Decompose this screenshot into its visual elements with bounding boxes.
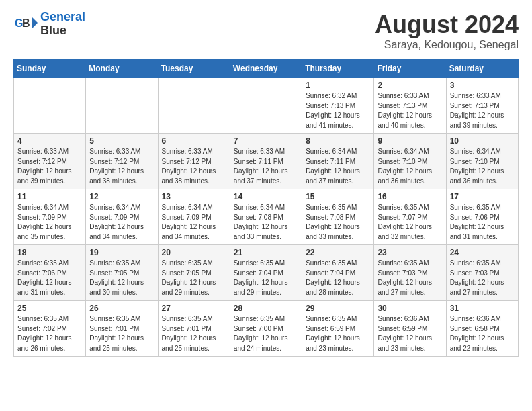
day-info: Sunrise: 6:33 AMSunset: 7:11 PMDaylight:… xyxy=(234,147,298,186)
calendar-body: 1Sunrise: 6:32 AMSunset: 7:13 PMDaylight… xyxy=(14,78,519,357)
day-info: Sunrise: 6:34 AMSunset: 7:10 PMDaylight:… xyxy=(450,147,515,186)
calendar-cell: 25Sunrise: 6:35 AMSunset: 7:02 PMDayligh… xyxy=(14,301,86,357)
day-info: Sunrise: 6:35 AMSunset: 7:07 PMDaylight:… xyxy=(378,203,442,242)
day-info: Sunrise: 6:35 AMSunset: 7:06 PMDaylight:… xyxy=(17,259,82,298)
col-saturday: Saturday xyxy=(446,60,518,78)
logo: G B General Blue xyxy=(13,11,85,38)
day-number: 26 xyxy=(89,304,154,313)
calendar-cell: 9Sunrise: 6:34 AMSunset: 7:10 PMDaylight… xyxy=(374,134,446,189)
calendar-cell: 22Sunrise: 6:35 AMSunset: 7:04 PMDayligh… xyxy=(302,245,374,301)
day-info: Sunrise: 6:36 AMSunset: 6:59 PMDaylight:… xyxy=(378,314,442,353)
calendar-cell xyxy=(158,78,230,134)
calendar-cell: 12Sunrise: 6:34 AMSunset: 7:09 PMDayligh… xyxy=(86,189,158,245)
day-info: Sunrise: 6:35 AMSunset: 7:04 PMDaylight:… xyxy=(306,259,370,298)
calendar-cell: 18Sunrise: 6:35 AMSunset: 7:06 PMDayligh… xyxy=(14,245,86,301)
calendar-cell: 8Sunrise: 6:34 AMSunset: 7:11 PMDaylight… xyxy=(302,134,374,189)
day-info: Sunrise: 6:33 AMSunset: 7:13 PMDaylight:… xyxy=(378,91,442,130)
day-info: Sunrise: 6:33 AMSunset: 7:13 PMDaylight:… xyxy=(450,91,515,130)
day-info: Sunrise: 6:35 AMSunset: 7:01 PMDaylight:… xyxy=(89,314,154,353)
calendar-cell: 7Sunrise: 6:33 AMSunset: 7:11 PMDaylight… xyxy=(230,134,302,189)
day-number: 27 xyxy=(162,304,226,313)
calendar-cell: 10Sunrise: 6:34 AMSunset: 7:10 PMDayligh… xyxy=(446,134,518,189)
calendar-cell: 29Sunrise: 6:35 AMSunset: 6:59 PMDayligh… xyxy=(302,301,374,357)
month-title: August 2024 xyxy=(375,11,519,39)
day-info: Sunrise: 6:34 AMSunset: 7:09 PMDaylight:… xyxy=(89,203,154,242)
col-friday: Friday xyxy=(374,60,446,78)
day-number: 4 xyxy=(17,136,82,146)
day-info: Sunrise: 6:35 AMSunset: 7:00 PMDaylight:… xyxy=(234,314,298,353)
calendar-cell: 31Sunrise: 6:36 AMSunset: 6:58 PMDayligh… xyxy=(446,301,518,357)
title-block: August 2024 Saraya, Kedougou, Senegal xyxy=(375,11,519,51)
day-number: 3 xyxy=(450,81,515,90)
day-number: 22 xyxy=(306,248,370,257)
day-number: 18 xyxy=(17,248,82,257)
day-number: 23 xyxy=(378,248,442,257)
day-number: 5 xyxy=(89,136,154,146)
logo-line2: Blue xyxy=(40,24,66,37)
day-number: 10 xyxy=(450,136,515,146)
calendar-cell: 13Sunrise: 6:34 AMSunset: 7:09 PMDayligh… xyxy=(158,189,230,245)
day-info: Sunrise: 6:35 AMSunset: 7:05 PMDaylight:… xyxy=(89,259,154,298)
calendar-table: Sunday Monday Tuesday Wednesday Thursday… xyxy=(13,59,519,357)
col-wednesday: Wednesday xyxy=(230,60,302,78)
day-info: Sunrise: 6:34 AMSunset: 7:10 PMDaylight:… xyxy=(378,147,442,186)
col-monday: Monday xyxy=(86,60,158,78)
calendar-cell: 27Sunrise: 6:35 AMSunset: 7:01 PMDayligh… xyxy=(158,301,230,357)
calendar-cell: 2Sunrise: 6:33 AMSunset: 7:13 PMDaylight… xyxy=(374,78,446,134)
calendar-cell: 11Sunrise: 6:34 AMSunset: 7:09 PMDayligh… xyxy=(14,189,86,245)
week-row-2: 4Sunrise: 6:33 AMSunset: 7:12 PMDaylight… xyxy=(14,134,519,189)
calendar-cell: 24Sunrise: 6:35 AMSunset: 7:03 PMDayligh… xyxy=(446,245,518,301)
day-number: 25 xyxy=(17,304,82,313)
calendar-cell: 20Sunrise: 6:35 AMSunset: 7:05 PMDayligh… xyxy=(158,245,230,301)
week-row-5: 25Sunrise: 6:35 AMSunset: 7:02 PMDayligh… xyxy=(14,301,519,357)
location-subtitle: Saraya, Kedougou, Senegal xyxy=(375,39,519,51)
day-number: 28 xyxy=(234,304,298,313)
day-number: 8 xyxy=(306,136,370,146)
svg-marker-2 xyxy=(32,17,38,28)
day-number: 29 xyxy=(306,304,370,313)
day-info: Sunrise: 6:35 AMSunset: 7:08 PMDaylight:… xyxy=(306,203,370,242)
day-info: Sunrise: 6:33 AMSunset: 7:12 PMDaylight:… xyxy=(89,147,154,186)
day-info: Sunrise: 6:34 AMSunset: 7:09 PMDaylight:… xyxy=(17,203,82,242)
day-number: 30 xyxy=(378,304,442,313)
day-info: Sunrise: 6:35 AMSunset: 7:02 PMDaylight:… xyxy=(17,314,82,353)
day-info: Sunrise: 6:35 AMSunset: 7:04 PMDaylight:… xyxy=(234,259,298,298)
day-number: 19 xyxy=(89,248,154,257)
logo-line1: General xyxy=(40,10,85,24)
calendar-cell: 23Sunrise: 6:35 AMSunset: 7:03 PMDayligh… xyxy=(374,245,446,301)
day-info: Sunrise: 6:34 AMSunset: 7:09 PMDaylight:… xyxy=(162,203,226,242)
week-row-3: 11Sunrise: 6:34 AMSunset: 7:09 PMDayligh… xyxy=(14,189,519,245)
calendar-cell: 5Sunrise: 6:33 AMSunset: 7:12 PMDaylight… xyxy=(86,134,158,189)
day-number: 11 xyxy=(17,192,82,201)
calendar-cell: 15Sunrise: 6:35 AMSunset: 7:08 PMDayligh… xyxy=(302,189,374,245)
calendar-cell: 14Sunrise: 6:34 AMSunset: 7:08 PMDayligh… xyxy=(230,189,302,245)
day-info: Sunrise: 6:36 AMSunset: 6:58 PMDaylight:… xyxy=(450,314,515,353)
page-header: G B General Blue August 2024 Saraya, Ked… xyxy=(13,11,519,51)
calendar-cell: 3Sunrise: 6:33 AMSunset: 7:13 PMDaylight… xyxy=(446,78,518,134)
calendar-cell: 17Sunrise: 6:35 AMSunset: 7:06 PMDayligh… xyxy=(446,189,518,245)
day-info: Sunrise: 6:34 AMSunset: 7:08 PMDaylight:… xyxy=(234,203,298,242)
week-row-4: 18Sunrise: 6:35 AMSunset: 7:06 PMDayligh… xyxy=(14,245,519,301)
page-container: G B General Blue August 2024 Saraya, Ked… xyxy=(0,0,532,367)
svg-text:B: B xyxy=(22,17,30,29)
day-number: 14 xyxy=(234,192,298,201)
calendar-header: Sunday Monday Tuesday Wednesday Thursday… xyxy=(14,60,519,78)
day-number: 21 xyxy=(234,248,298,257)
calendar-cell: 30Sunrise: 6:36 AMSunset: 6:59 PMDayligh… xyxy=(374,301,446,357)
calendar-cell: 26Sunrise: 6:35 AMSunset: 7:01 PMDayligh… xyxy=(86,301,158,357)
day-number: 31 xyxy=(450,304,515,313)
day-number: 24 xyxy=(450,248,515,257)
day-number: 1 xyxy=(306,81,370,90)
calendar-cell xyxy=(14,78,86,134)
day-number: 13 xyxy=(162,192,226,201)
header-row: Sunday Monday Tuesday Wednesday Thursday… xyxy=(14,60,519,78)
day-info: Sunrise: 6:35 AMSunset: 7:03 PMDaylight:… xyxy=(450,259,515,298)
day-number: 12 xyxy=(89,192,154,201)
day-info: Sunrise: 6:35 AMSunset: 7:05 PMDaylight:… xyxy=(162,259,226,298)
col-thursday: Thursday xyxy=(302,60,374,78)
day-number: 15 xyxy=(306,192,370,201)
col-tuesday: Tuesday xyxy=(158,60,230,78)
calendar-cell: 6Sunrise: 6:33 AMSunset: 7:12 PMDaylight… xyxy=(158,134,230,189)
day-number: 20 xyxy=(162,248,226,257)
day-number: 17 xyxy=(450,192,515,201)
